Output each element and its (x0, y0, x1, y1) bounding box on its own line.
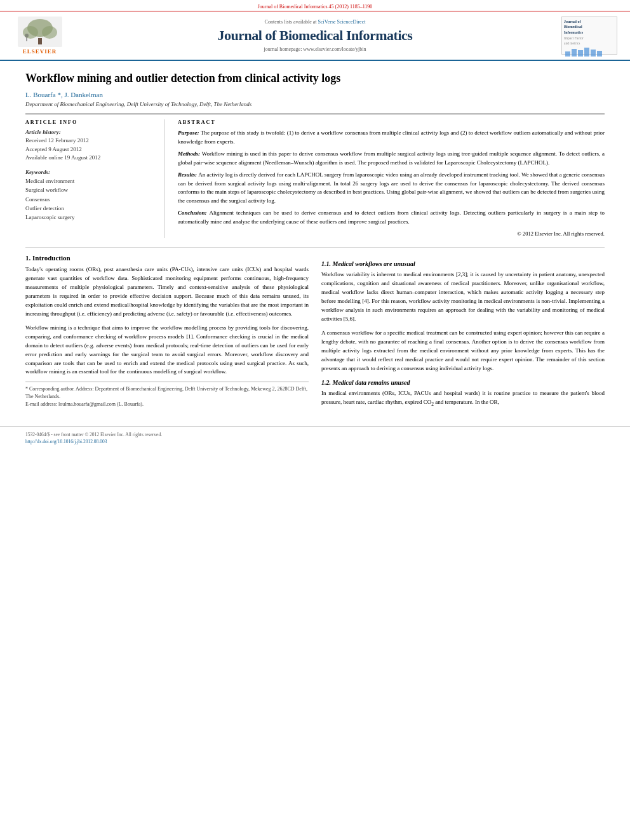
methods-label: Methods: (178, 150, 202, 157)
svg-rect-11 (591, 50, 596, 57)
sub2-heading: 1.2. Medical data remains unused (321, 379, 605, 386)
page-wrapper: Journal of Biomedical Informatics 45 (20… (0, 0, 630, 448)
info-box-chart (564, 46, 608, 58)
info-box-detail: Impact Factorand metrics (564, 36, 615, 46)
footnote-section: * Corresponding author. Address: Departm… (25, 382, 309, 408)
svg-rect-4 (38, 38, 42, 44)
article-title: Workflow mining and outlier detection fr… (25, 71, 605, 86)
main-content: Workflow mining and outlier detection fr… (0, 61, 630, 426)
top-banner: Journal of Biomedical Informatics 45 (20… (0, 0, 630, 11)
svg-rect-10 (584, 48, 589, 57)
keyword-5: Laparoscopic surgery (25, 213, 155, 222)
authors-text: L. Bouarfa *, J. Dankelman (25, 91, 103, 98)
elsevier-block: ELSEVIER (13, 17, 67, 55)
sub2-para-1: In medical environments (ORs, ICUs, PACU… (321, 389, 605, 408)
journal-info-box: Journal ofBiomedicalInformatics Impact F… (561, 17, 617, 55)
body-col-left: 1. Introduction Today's operating rooms … (25, 254, 309, 413)
svg-rect-12 (597, 51, 602, 57)
intro-heading: 1. Introduction (25, 254, 309, 262)
svg-point-5 (25, 34, 29, 37)
conclusion-label: Conclusion: (178, 210, 209, 216)
header-logo-right: Journal ofBiomedicalInformatics Impact F… (560, 17, 617, 55)
journal-homepage: journal homepage: www.elsevier.com/locat… (70, 46, 560, 52)
body-content: 1. Introduction Today's operating rooms … (25, 254, 605, 413)
journal-ref: Journal of Biomedical Informatics 45 (20… (258, 4, 373, 10)
keyword-1: Medical environment (25, 177, 155, 185)
methods-text: Workflow mining is used in this paper to… (178, 150, 605, 166)
purpose-text: The purpose of this study is twofold: (1… (178, 130, 605, 145)
abstract-text: Purpose: The purpose of this study is tw… (178, 129, 605, 238)
results-text: An activity log is directly derived for … (178, 171, 605, 204)
svg-point-3 (42, 26, 57, 39)
available-date: Available online 19 August 2012 (25, 154, 155, 163)
abstract-label: ABSTRACT (178, 119, 605, 125)
svg-rect-6 (26, 37, 27, 41)
elsevier-tree-icon (18, 17, 62, 47)
abstract-results: Results: An activity log is directly der… (178, 171, 605, 205)
elsevier-text: ELSEVIER (23, 48, 57, 55)
doi-link[interactable]: http://dx.doi.org/10.1016/j.jbi.2012.08.… (25, 439, 107, 444)
sub1-para-2: A consensus workflow for a specific medi… (321, 329, 605, 373)
abstract-copyright: © 2012 Elsevier Inc. All rights reserved… (178, 230, 605, 238)
footer-issn: 1532-0464/$ - see front matter © 2012 El… (25, 432, 605, 437)
footnote-email: E-mail address: loulma.bouarfa@gmail.com… (25, 401, 309, 408)
article-info-abstract-section: ARTICLE INFO Article history: Received 1… (25, 114, 605, 238)
journal-title: Journal of Biomedical Informatics (70, 27, 560, 44)
body-col-right: 1.1. Medical workflows are unusual Workf… (321, 254, 605, 413)
svg-rect-7 (565, 51, 570, 57)
article-authors: L. Bouarfa *, J. Dankelman (25, 91, 605, 98)
contents-line: Contents lists available at SciVerse Sci… (70, 19, 560, 25)
info-box-title: Journal ofBiomedicalInformatics (564, 19, 615, 35)
svg-rect-9 (578, 50, 583, 57)
received-date: Received 12 February 2012 (25, 137, 155, 145)
header-area: ELSEVIER Contents lists available at Sci… (0, 11, 630, 61)
article-history-label: Article history: (25, 129, 155, 135)
section-divider (25, 247, 605, 248)
keyword-2: Surgical workflow (25, 185, 155, 194)
purpose-label: Purpose: (178, 130, 201, 136)
results-label: Results: (178, 171, 198, 178)
footnote-star: * Corresponding author. Address: Departm… (25, 385, 309, 401)
sub1-para-1: Workflow variability is inherent to medi… (321, 270, 605, 324)
sub1-heading: 1.1. Medical workflows are unusual (321, 260, 605, 267)
keyword-4: Outlier detection (25, 204, 155, 213)
accepted-date: Accepted 9 August 2012 (25, 145, 155, 154)
intro-para-1: Today's operating rooms (ORs), post anae… (25, 265, 309, 319)
article-info-col: ARTICLE INFO Article history: Received 1… (25, 119, 165, 238)
footer-doi: http://dx.doi.org/10.1016/j.jbi.2012.08.… (25, 439, 605, 444)
abstract-purpose: Purpose: The purpose of this study is tw… (178, 129, 605, 146)
svg-rect-8 (572, 49, 577, 57)
elsevier-logo-left: ELSEVIER (13, 17, 70, 55)
header-center: Contents lists available at SciVerse Sci… (70, 19, 560, 51)
article-affiliation: Department of Biomechanical Engineering,… (25, 101, 605, 107)
conclusion-text: Alignment techniques can be used to deri… (178, 210, 605, 225)
svg-point-2 (23, 26, 38, 39)
page-footer: 1532-0464/$ - see front matter © 2012 El… (0, 426, 630, 448)
abstract-conclusion: Conclusion: Alignment techniques can be … (178, 209, 605, 226)
abstract-col: ABSTRACT Purpose: The purpose of this st… (178, 119, 605, 238)
intro-para-2: Workflow mining is a technique that aims… (25, 324, 309, 377)
sciverse-link[interactable]: SciVerse ScienceDirect (318, 19, 366, 25)
keywords-label: Keywords: (25, 169, 155, 175)
abstract-methods: Methods: Workflow mining is used in this… (178, 150, 605, 167)
article-info-label: ARTICLE INFO (25, 119, 155, 125)
keyword-3: Consensus (25, 195, 155, 204)
